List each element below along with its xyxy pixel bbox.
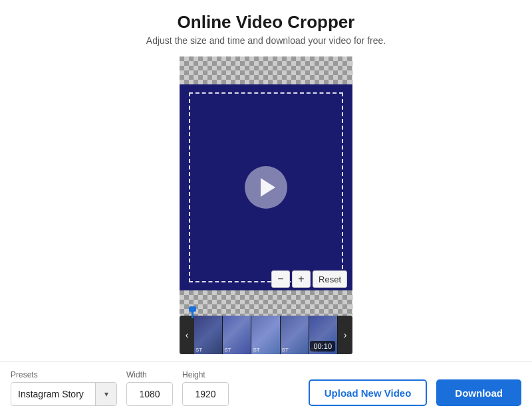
- frame-3: ST: [251, 316, 280, 354]
- download-button[interactable]: Download: [436, 379, 521, 406]
- timeline-marker: [192, 310, 194, 318]
- timeline[interactable]: ‹ ST ST ST ST ST 00:10 ›: [180, 316, 352, 354]
- preset-value: Instagram Story: [11, 389, 95, 399]
- play-button[interactable]: [245, 166, 287, 209]
- frame-4: ST: [281, 316, 309, 354]
- checker-bottom: [180, 290, 352, 316]
- width-input[interactable]: [126, 382, 173, 406]
- frame-label-4: ST: [282, 347, 289, 353]
- preset-chevron-icon: ▾: [95, 382, 116, 406]
- zoom-in-button[interactable]: +: [292, 270, 311, 288]
- timeline-next-button[interactable]: ›: [338, 316, 352, 354]
- upload-new-video-button[interactable]: Upload New Video: [309, 379, 428, 406]
- frame-1: ST: [194, 316, 223, 354]
- presets-select[interactable]: Instagram Story ▾: [11, 382, 117, 406]
- main-content: − + Reset ‹ ST ST ST ST: [0, 50, 532, 362]
- page-title: Online Video Cropper: [0, 12, 532, 33]
- frame-2: ST: [223, 316, 251, 354]
- page-subtitle: Adjust the size and time and download yo…: [0, 35, 532, 46]
- width-label: Width: [126, 370, 173, 379]
- presets-label: Presets: [11, 370, 117, 379]
- frame-label-1: ST: [196, 347, 202, 353]
- timeline-frames: ST ST ST ST ST 00:10: [194, 316, 338, 354]
- checker-top: [180, 56, 352, 84]
- zoom-controls: − + Reset: [271, 270, 347, 288]
- timeline-prev-button[interactable]: ‹: [180, 316, 194, 354]
- reset-button[interactable]: Reset: [313, 270, 347, 288]
- video-preview: − + Reset: [180, 56, 352, 316]
- timeline-wrapper: ‹ ST ST ST ST ST 00:10 ›: [180, 316, 352, 354]
- height-input[interactable]: [182, 382, 229, 406]
- page-header: Online Video Cropper Adjust the size and…: [0, 0, 532, 50]
- height-label: Height: [182, 370, 229, 379]
- presets-group: Presets Instagram Story ▾: [11, 370, 117, 406]
- zoom-out-button[interactable]: −: [271, 270, 290, 288]
- bottom-toolbar: Presets Instagram Story ▾ Width Height U…: [0, 362, 532, 414]
- video-middle: [180, 84, 352, 290]
- height-group: Height: [182, 370, 229, 406]
- frame-label-2: ST: [224, 347, 231, 353]
- width-group: Width: [126, 370, 173, 406]
- timestamp-badge: 00:10: [310, 341, 335, 352]
- frame-label-3: ST: [253, 347, 259, 353]
